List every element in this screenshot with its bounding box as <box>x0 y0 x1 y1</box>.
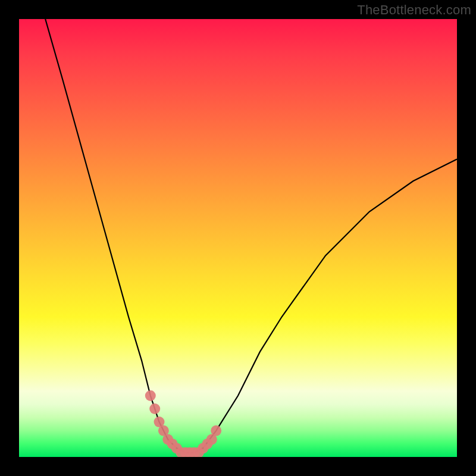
bottleneck-curve <box>45 19 457 453</box>
optimal-zone-markers <box>145 390 221 457</box>
plot-area <box>19 19 457 457</box>
optimal-point <box>211 425 221 436</box>
optimal-point <box>149 403 160 414</box>
optimal-point <box>145 390 156 401</box>
watermark-text: TheBottleneck.com <box>357 2 471 18</box>
curve-layer <box>19 19 457 457</box>
